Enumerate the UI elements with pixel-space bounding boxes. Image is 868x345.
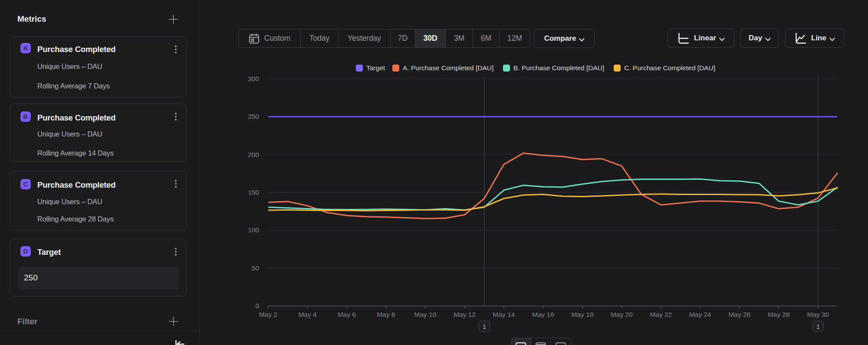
svg-text:150: 150 (248, 189, 259, 196)
svg-text:200: 200 (248, 151, 259, 158)
svg-text:May 8: May 8 (377, 311, 395, 318)
svg-text:May 20: May 20 (611, 311, 633, 318)
svg-text:May 2: May 2 (259, 311, 277, 318)
svg-text:May 22: May 22 (650, 311, 672, 318)
svg-text:300: 300 (248, 75, 259, 82)
svg-text:May 26: May 26 (728, 311, 750, 318)
svg-text:May 30: May 30 (807, 311, 829, 318)
svg-text:May 18: May 18 (571, 311, 593, 318)
svg-text:May 6: May 6 (338, 311, 356, 318)
svg-text:May 10: May 10 (414, 311, 436, 318)
svg-text:May 24: May 24 (689, 311, 711, 318)
svg-text:May 28: May 28 (768, 311, 790, 318)
svg-text:100: 100 (248, 226, 259, 234)
svg-text:May 14: May 14 (493, 311, 515, 318)
svg-text:May 12: May 12 (454, 311, 476, 318)
svg-text:May 4: May 4 (298, 311, 317, 318)
svg-text:50: 50 (252, 264, 260, 272)
svg-text:0: 0 (255, 302, 259, 309)
svg-text:250: 250 (248, 113, 259, 120)
svg-text:May 16: May 16 (532, 311, 554, 318)
